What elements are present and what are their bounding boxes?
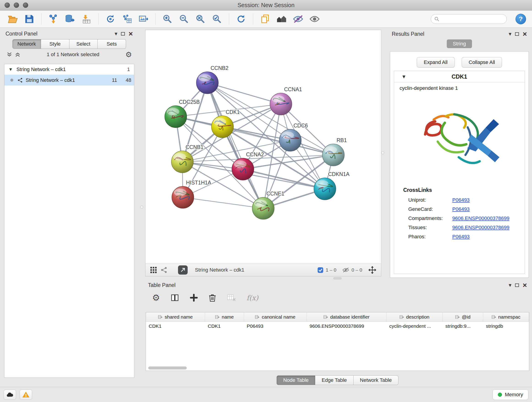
- node-count: 11: [109, 77, 117, 83]
- tree-caret-icon[interactable]: ▼: [8, 67, 13, 72]
- network-node-CDKN1A[interactable]: CDKN1A: [314, 171, 350, 200]
- close-panel-icon[interactable]: ×: [523, 30, 527, 38]
- expand-all-icon[interactable]: [15, 51, 21, 57]
- function-builder-button[interactable]: f(x): [247, 294, 258, 302]
- network-edge-CCNB2-CCNA1[interactable]: [207, 83, 281, 104]
- network-node-CCNA1[interactable]: CCNA1: [270, 86, 302, 115]
- copy-snapshot-button[interactable]: [258, 12, 272, 26]
- tab-network[interactable]: Network: [12, 39, 41, 49]
- tab-network-table[interactable]: Network Table: [354, 375, 399, 385]
- crosslink-value[interactable]: 9606.ENSP00000378699: [452, 216, 510, 221]
- network-edge-CCNE1-HIST1H1A[interactable]: [183, 197, 263, 208]
- panel-menu-icon[interactable]: ▾: [509, 31, 511, 37]
- column-header-description[interactable]: description: [386, 313, 443, 321]
- refresh-view-button[interactable]: [234, 12, 248, 26]
- float-panel-icon[interactable]: [515, 32, 519, 36]
- column-header--id[interactable]: @id: [443, 313, 483, 321]
- float-panel-icon[interactable]: [121, 32, 125, 36]
- network-refresh-button[interactable]: [104, 12, 117, 26]
- tab-style[interactable]: Style: [41, 39, 70, 49]
- delete-column-trash-icon[interactable]: [209, 293, 216, 302]
- toolbar-separator: [41, 13, 41, 25]
- pan-crosshair-icon[interactable]: [368, 266, 376, 274]
- export-image-button[interactable]: [137, 12, 150, 26]
- table-options-gear-icon[interactable]: ⚙: [152, 293, 160, 302]
- minimize-window-button[interactable]: [14, 2, 19, 8]
- horizontal-scrollbar[interactable]: [148, 366, 187, 370]
- zoom-in-button[interactable]: [161, 12, 174, 26]
- zoom-window-button[interactable]: [23, 2, 28, 8]
- memory-button[interactable]: Memory: [493, 389, 528, 400]
- help-button[interactable]: ?: [515, 14, 526, 24]
- right-splitter-handle[interactable]: [381, 151, 384, 154]
- detach-view-button[interactable]: [178, 265, 188, 274]
- image-icon: [138, 14, 149, 24]
- network-share-toggle-icon[interactable]: [161, 267, 167, 274]
- create-column-plus-icon[interactable]: [190, 294, 198, 302]
- show-columns-icon[interactable]: [171, 294, 179, 302]
- selected-checkbox-icon[interactable]: [317, 267, 323, 273]
- node-label-HIST1H1A: HIST1H1A: [186, 180, 211, 186]
- network-node-HIST1H1A[interactable]: HIST1H1A: [172, 180, 211, 208]
- table-body: CDK1CDK1P064939606.ENSP00000378699cyclin…: [146, 322, 529, 331]
- protein-section-header[interactable]: ▼ CDK1: [394, 71, 525, 83]
- warnings-button[interactable]: [20, 390, 32, 400]
- collapse-all-button[interactable]: Collapse All: [462, 57, 502, 68]
- network-row-selected[interactable]: String Network – cdk1 11 48: [4, 75, 134, 85]
- zoom-selected-button[interactable]: [210, 12, 224, 26]
- tab-select[interactable]: Select: [70, 39, 98, 49]
- horizontal-splitter-handle[interactable]: [333, 277, 342, 279]
- column-header-shared-name[interactable]: shared name: [146, 313, 205, 321]
- birds-eye-grid-icon[interactable]: [150, 267, 157, 274]
- tab-edge-table[interactable]: Edge Table: [315, 375, 354, 385]
- crosslink-value[interactable]: P06493: [452, 234, 470, 240]
- panel-menu-icon[interactable]: ▾: [509, 282, 511, 288]
- close-window-button[interactable]: [5, 2, 10, 8]
- graphics-details-button[interactable]: [275, 12, 288, 26]
- column-header-canonical-name[interactable]: canonical name: [244, 313, 307, 321]
- save-session-button[interactable]: [22, 12, 36, 26]
- network-options-gear-icon[interactable]: ⚙: [125, 51, 132, 58]
- import-network-file-button[interactable]: [46, 12, 60, 26]
- search-input[interactable]: [441, 16, 503, 22]
- import-table-button[interactable]: [80, 12, 93, 26]
- network-canvas-wrap: CCNB2CCNA1CDC25BCDK1CDC6RB1CCNB1CCNA2CDK…: [146, 30, 381, 264]
- panel-menu-icon[interactable]: ▾: [114, 31, 117, 36]
- table-row[interactable]: CDK1CDK1P064939606.ENSP00000378699cyclin…: [146, 322, 529, 331]
- zoom-fit-button[interactable]: [194, 12, 207, 26]
- hidden-eye-slash-icon[interactable]: [342, 267, 349, 273]
- show-annotations-button[interactable]: [308, 12, 322, 26]
- tab-node-table[interactable]: Node Table: [277, 375, 315, 385]
- new-network-from-table-button[interactable]: [120, 12, 134, 26]
- zoom-out-button[interactable]: [177, 12, 191, 26]
- crosslink-value[interactable]: P06493: [452, 206, 470, 212]
- network-node-CDK1[interactable]: CDK1: [211, 109, 240, 138]
- collapse-all-icon[interactable]: [6, 51, 12, 57]
- left-splitter-handle[interactable]: [140, 206, 143, 209]
- expand-all-button[interactable]: Expand All: [417, 57, 455, 68]
- float-panel-icon[interactable]: [515, 283, 519, 287]
- crosslink-value[interactable]: 9606.ENSP00000378699: [452, 225, 510, 230]
- column-header-database-identifier[interactable]: database identifier: [307, 313, 386, 321]
- tab-string[interactable]: String: [447, 39, 472, 48]
- network-canvas[interactable]: CCNB2CCNA1CDC25BCDK1CDC6RB1CCNB1CCNA2CDK…: [146, 30, 381, 264]
- tab-sets[interactable]: Sets: [98, 39, 126, 49]
- search-field[interactable]: [431, 14, 507, 24]
- column-header-namespac[interactable]: namespac: [483, 313, 529, 321]
- close-panel-icon[interactable]: ×: [128, 30, 133, 37]
- column-sort-icon: [255, 315, 260, 319]
- open-session-button[interactable]: [6, 12, 20, 26]
- close-panel-icon[interactable]: ×: [523, 281, 527, 289]
- cloud-status-button[interactable]: [4, 390, 16, 400]
- node-label-CDC6: CDC6: [293, 123, 308, 128]
- network-edge-CCNB2-CCNE1[interactable]: [207, 83, 263, 208]
- network-node-CCNB2[interactable]: CCNB2: [196, 65, 228, 94]
- crosslink-value[interactable]: P06493: [452, 197, 470, 203]
- column-header-name[interactable]: name: [205, 313, 244, 321]
- import-network-database-button[interactable]: [63, 12, 77, 26]
- network-node-RB1[interactable]: RB1: [322, 137, 347, 166]
- hide-annotations-button[interactable]: [291, 12, 305, 26]
- network-collection-row[interactable]: ▼ String Network – cdk1 1: [4, 64, 134, 75]
- protein-name: CDK1: [452, 73, 467, 80]
- section-caret-icon[interactable]: ▼: [401, 74, 406, 80]
